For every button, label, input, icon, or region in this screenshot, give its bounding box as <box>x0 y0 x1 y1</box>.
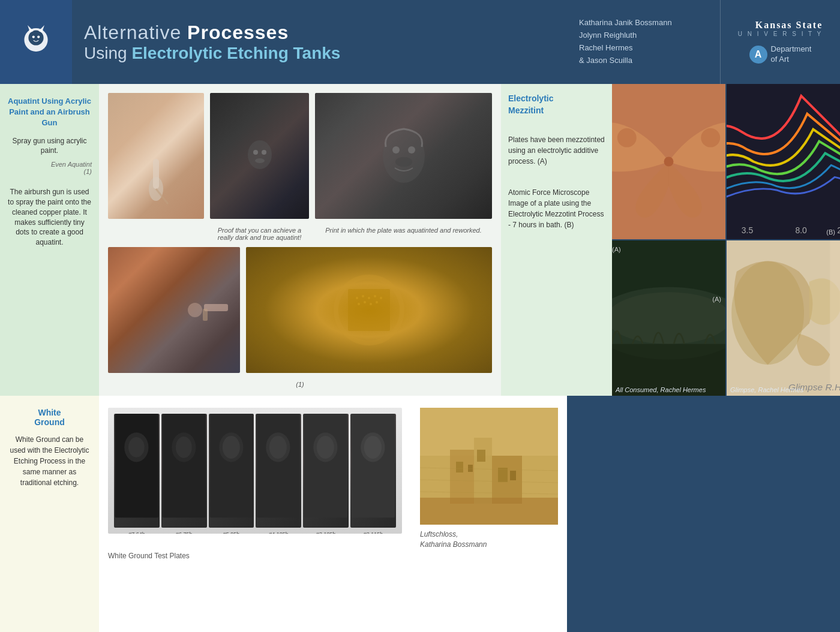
plate4-label: #4 105h <box>269 531 289 534</box>
face2-photo <box>315 93 492 219</box>
svg-point-30 <box>376 301 378 303</box>
svg-point-18 <box>188 303 202 317</box>
plate-6: #2 115h 4 hrs <box>350 414 396 528</box>
svg-rect-78 <box>477 450 485 462</box>
even-aquatint-label: Even Aquatint <box>51 161 92 168</box>
title-using: Using <box>84 44 131 62</box>
svg-rect-65 <box>304 414 348 517</box>
cap-face1: Proof that you can achieve a really dark… <box>210 227 309 241</box>
plate5-label: #3 105h <box>316 531 336 534</box>
svg-rect-56 <box>162 414 206 517</box>
header: Alternative Processes Using Electrolytic… <box>0 0 840 84</box>
author2: Jolynn Reighluth <box>579 29 711 42</box>
svg-point-1 <box>28 30 43 45</box>
luftschloss-caption-line2: Katharina Bossmann <box>420 540 487 549</box>
svg-rect-51 <box>830 240 840 396</box>
author3: Rachel Hermes <box>579 42 711 55</box>
aquatint-desc1: Spray gun using acrylic paint. <box>7 136 92 157</box>
title-electrolytic: Electrolytic Etching Tanks <box>131 44 340 62</box>
svg-point-25 <box>374 295 376 297</box>
title-alt: Alternative <box>84 22 187 43</box>
svg-rect-19 <box>203 309 208 321</box>
mezzitint-title-text: ElectrolyticMezzitint <box>508 94 553 115</box>
svg-point-4 <box>32 36 35 38</box>
plate-1: #7 64h 4 hrs <box>114 414 160 528</box>
dept-a-logo-icon: A <box>749 46 767 64</box>
svg-rect-59 <box>209 414 253 517</box>
title-line2: Using Electrolytic Etching Tanks <box>84 44 558 63</box>
bottom-photos-row <box>108 247 492 373</box>
svg-point-9 <box>248 140 272 169</box>
svg-rect-62 <box>257 414 301 517</box>
ksu-name: Kansas State <box>738 20 823 31</box>
gal-b-marker: (B) <box>826 228 835 236</box>
top-photos-row <box>108 93 492 219</box>
white-ground-desc: White Ground can be used with the Electr… <box>7 434 92 488</box>
svg-point-23 <box>362 295 364 297</box>
svg-point-22 <box>356 297 358 299</box>
gal-a-marker: (A) <box>712 296 721 303</box>
right-gallery: 156.8 100 50 0 0 3.5 8.0 20.0 (B) <box>612 84 840 396</box>
test-plates-area: #7 64h 4 hrs #6 75h 4 hrs <box>99 396 411 632</box>
mezzitint-title: ElectrolyticMezzitint <box>508 93 605 116</box>
author4: & Jason Scuilla <box>579 55 711 67</box>
svg-rect-73 <box>450 450 474 504</box>
svg-point-58 <box>176 437 192 458</box>
svg-point-15 <box>408 146 415 154</box>
svg-point-14 <box>392 146 400 154</box>
plate2-label: #6 75h <box>176 531 193 534</box>
header-ksu: Kansas State U N I V E R S I T Y A Depar… <box>720 0 840 84</box>
ksu-logo-area: Kansas State U N I V E R S I T Y <box>738 20 823 37</box>
header-authors: Katharina Janik Bossmann Jolynn Reighlut… <box>570 0 720 84</box>
butterfly-photo <box>612 84 725 239</box>
svg-point-55 <box>128 437 145 458</box>
svg-rect-80 <box>510 471 516 480</box>
svg-point-24 <box>368 297 370 299</box>
afm-photo: 156.8 100 50 0 0 3.5 8.0 20.0 (B) <box>727 84 840 239</box>
svg-point-13 <box>383 129 425 183</box>
top-photos-captions: Proof that you can achieve a really dark… <box>108 227 492 241</box>
svg-text:20.0: 20.0 <box>837 225 840 235</box>
consumed-label: All Consumed, Rachel Hermes <box>616 386 706 393</box>
luftschloss-caption-line1: Luftschloss, <box>420 530 458 538</box>
plate-4: #4 105h 4 hrs <box>256 414 301 528</box>
plate1-label: #7 64h <box>128 531 145 534</box>
header-logo <box>0 0 72 84</box>
svg-rect-76 <box>456 462 463 473</box>
luftschloss-image <box>420 408 558 525</box>
mezzitint-desc1: Plates have been mezzotinted using an el… <box>508 134 605 167</box>
svg-point-16 <box>395 157 412 167</box>
aquatint-num: (1) <box>84 168 92 175</box>
svg-point-64 <box>269 436 287 459</box>
plate-5: #3 105h 4 hrs <box>303 414 349 528</box>
consumed-photo: All Consumed, Rachel Hermes <box>612 240 725 396</box>
cap-airbrush <box>108 227 204 241</box>
test-plates-caption: White Ground Test Plates <box>108 552 402 560</box>
ksu-university: U N I V E R S I T Y <box>738 31 823 37</box>
plate6-label: #2 115h <box>364 531 383 534</box>
plate-2: #6 75h 4 hrs <box>161 414 207 528</box>
dept-text: Departmentof Art <box>771 44 812 65</box>
svg-rect-68 <box>352 414 395 517</box>
svg-point-11 <box>262 150 266 155</box>
svg-point-67 <box>317 436 334 459</box>
aquatint-title: Aquatint Using Acrylic Paint and an Airb… <box>7 96 92 129</box>
glimpse-photo: Glimpse R.H. Glimpse, Rachel Hermes <box>727 240 840 396</box>
plate-3: #5 95h 4 hrs <box>209 414 254 528</box>
svg-rect-74 <box>474 438 492 504</box>
header-title-area: Alternative Processes Using Electrolytic… <box>72 0 570 84</box>
svg-text:8.0: 8.0 <box>795 225 807 235</box>
glimpse-label: Glimpse, Rachel Hermes <box>730 386 803 393</box>
copper-photo <box>246 247 492 373</box>
wildcat-logo-icon <box>15 21 57 63</box>
svg-point-34 <box>701 128 720 148</box>
svg-point-29 <box>370 303 372 305</box>
mezzitint-desc2: Atomic Force Microscope Image of a plate… <box>508 187 605 230</box>
svg-point-5 <box>37 36 40 38</box>
svg-point-26 <box>380 297 382 299</box>
main-content: Aquatint Using Acrylic Paint and an Airb… <box>0 84 840 632</box>
plate3-label: #5 95h <box>223 531 240 534</box>
bottom-right-fill <box>567 396 840 632</box>
title-processes: Processes <box>187 22 289 43</box>
white-ground-panel: WhiteGround White Ground can be used wit… <box>0 396 99 632</box>
